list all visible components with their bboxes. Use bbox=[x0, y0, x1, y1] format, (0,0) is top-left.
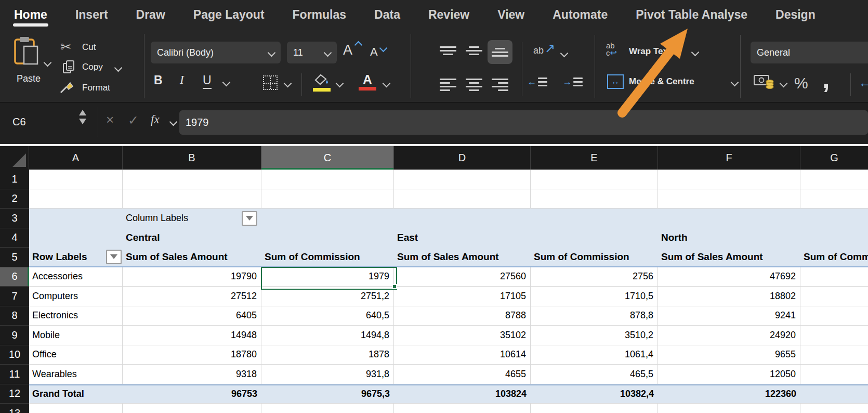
col-header-a[interactable]: A bbox=[29, 146, 123, 170]
cell-d12[interactable]: 103824 bbox=[394, 384, 531, 404]
cell-a4[interactable] bbox=[29, 228, 123, 248]
cell-a7[interactable]: Computers bbox=[29, 287, 123, 306]
orientation-button[interactable]: ab ↗ bbox=[533, 45, 544, 56]
cell-e13[interactable] bbox=[531, 404, 658, 413]
tab-automate[interactable]: Automate bbox=[553, 8, 608, 22]
row-header-3[interactable]: 3 bbox=[0, 209, 29, 228]
cell-g4[interactable] bbox=[800, 228, 868, 248]
cell-a3[interactable] bbox=[29, 209, 123, 228]
cell-e11[interactable]: 465,5 bbox=[531, 365, 658, 384]
cell-d9[interactable]: 35102 bbox=[394, 326, 531, 345]
cell-a2[interactable] bbox=[29, 189, 123, 209]
cell-e10[interactable]: 1061,4 bbox=[531, 345, 658, 365]
accounting-format-button[interactable] bbox=[754, 73, 774, 91]
cut-button[interactable]: ✂ Cut bbox=[60, 39, 72, 55]
cell-a9[interactable]: Mobile bbox=[29, 326, 123, 345]
fx-icon[interactable]: fx bbox=[151, 113, 160, 126]
row-header-13[interactable]: 13 bbox=[0, 404, 29, 413]
cell-e6[interactable]: 2756 bbox=[531, 267, 658, 287]
cell-a11[interactable]: Wearables bbox=[29, 365, 123, 384]
cell-c6[interactable]: 1979 bbox=[261, 267, 394, 287]
align-left-button[interactable] bbox=[440, 78, 456, 92]
cell-a13[interactable] bbox=[29, 404, 123, 413]
cell-d13[interactable] bbox=[394, 404, 531, 413]
cell-e4[interactable] bbox=[531, 228, 658, 248]
cell-g8[interactable] bbox=[800, 306, 868, 326]
cell-a5[interactable]: Row Labels bbox=[29, 248, 123, 267]
row-header-10[interactable]: 10 bbox=[0, 345, 29, 365]
cell-b9[interactable]: 14948 bbox=[123, 326, 261, 345]
col-header-g[interactable]: G bbox=[800, 146, 868, 170]
cell-g5[interactable]: Sum of Commission bbox=[800, 248, 868, 267]
tab-draw[interactable]: Draw bbox=[136, 8, 165, 22]
tab-formulas[interactable]: Formulas bbox=[293, 8, 347, 22]
align-middle-button[interactable] bbox=[466, 45, 482, 56]
cell-c5[interactable]: Sum of Commission bbox=[261, 248, 394, 267]
cell-b11[interactable]: 9318 bbox=[123, 365, 261, 384]
decrease-indent-button[interactable]: ← bbox=[527, 76, 547, 87]
merge-centre-button[interactable]: ↔ Merge & Centre bbox=[607, 74, 624, 89]
cell-b5[interactable]: Sum of Sales Amount bbox=[123, 248, 261, 267]
cell-b10[interactable]: 18780 bbox=[123, 345, 261, 365]
cell-e12[interactable]: 10382,4 bbox=[531, 384, 658, 404]
cell-d3[interactable] bbox=[394, 209, 531, 228]
cell-b3[interactable]: Column Labels bbox=[123, 209, 261, 228]
font-size-combo[interactable]: 11 bbox=[287, 42, 337, 63]
bold-button[interactable]: B bbox=[154, 73, 163, 87]
cell-g13[interactable] bbox=[800, 404, 868, 413]
cell-f9[interactable]: 24920 bbox=[658, 326, 800, 345]
cell-a6[interactable]: Accessories bbox=[29, 267, 123, 287]
cell-f8[interactable]: 9241 bbox=[658, 306, 800, 326]
copy-dropdown-chevron[interactable] bbox=[114, 64, 123, 72]
col-header-e[interactable]: E bbox=[531, 146, 658, 170]
row-labels-filter-button[interactable] bbox=[106, 250, 122, 264]
row-header-9[interactable]: 9 bbox=[0, 326, 29, 345]
cell-d7[interactable]: 17105 bbox=[394, 287, 531, 306]
cell-f10[interactable]: 9655 bbox=[658, 345, 800, 365]
cell-g11[interactable] bbox=[800, 365, 868, 384]
grow-font-button[interactable]: A bbox=[343, 42, 352, 58]
cell-d11[interactable]: 4655 bbox=[394, 365, 531, 384]
cell-b1[interactable] bbox=[123, 170, 261, 189]
copy-button[interactable]: Copy bbox=[62, 60, 75, 76]
fill-color-button[interactable] bbox=[313, 73, 331, 92]
cell-g3[interactable] bbox=[800, 209, 868, 228]
cell-f6[interactable]: 47692 bbox=[658, 267, 800, 287]
cell-g6[interactable] bbox=[800, 267, 868, 287]
row-header-1[interactable]: 1 bbox=[0, 170, 29, 189]
font-color-button[interactable]: A bbox=[359, 72, 376, 91]
tab-design[interactable]: Design bbox=[775, 8, 816, 22]
wrap-text-button[interactable]: ab c↩ Wrap Text bbox=[606, 42, 624, 57]
comma-style-button[interactable]: , bbox=[822, 63, 830, 94]
fill-handle[interactable] bbox=[392, 284, 397, 289]
cell-c7[interactable]: 2751,2 bbox=[261, 287, 394, 306]
borders-chevron[interactable] bbox=[284, 80, 292, 88]
cell-f3[interactable] bbox=[658, 209, 800, 228]
tab-view[interactable]: View bbox=[497, 8, 524, 22]
align-bottom-button[interactable] bbox=[488, 40, 512, 64]
cell-c12[interactable]: 9675,3 bbox=[261, 384, 394, 404]
percent-style-button[interactable]: % bbox=[794, 74, 808, 92]
tab-home[interactable]: Home bbox=[14, 8, 47, 22]
row-header-11[interactable]: 11 bbox=[0, 365, 29, 384]
tab-data[interactable]: Data bbox=[374, 8, 400, 22]
tab-page-layout[interactable]: Page Layout bbox=[193, 8, 265, 22]
number-format-combo[interactable]: General bbox=[751, 42, 868, 63]
enter-icon[interactable]: ✓ bbox=[128, 113, 139, 128]
align-top-button[interactable] bbox=[440, 45, 456, 56]
row-header-8[interactable]: 8 bbox=[0, 306, 29, 326]
cell-b8[interactable]: 6405 bbox=[123, 306, 261, 326]
cell-e3[interactable] bbox=[531, 209, 658, 228]
cell-d5[interactable]: Sum of Sales Amount bbox=[394, 248, 531, 267]
paste-dropdown-chevron[interactable] bbox=[44, 59, 52, 67]
cell-c4[interactable] bbox=[261, 228, 394, 248]
tab-pivot-table-analyse[interactable]: Pivot Table Analyse bbox=[636, 8, 747, 22]
cell-e7[interactable]: 1710,5 bbox=[531, 287, 658, 306]
italic-button[interactable]: I bbox=[180, 73, 184, 87]
cell-e8[interactable]: 878,8 bbox=[531, 306, 658, 326]
cell-e5[interactable]: Sum of Commission bbox=[531, 248, 658, 267]
cell-c11[interactable]: 931,8 bbox=[261, 365, 394, 384]
cell-d6[interactable]: 27560 bbox=[394, 267, 531, 287]
cell-b6[interactable]: 19790 bbox=[123, 267, 261, 287]
cell-f5[interactable]: Sum of Sales Amount bbox=[658, 248, 800, 267]
